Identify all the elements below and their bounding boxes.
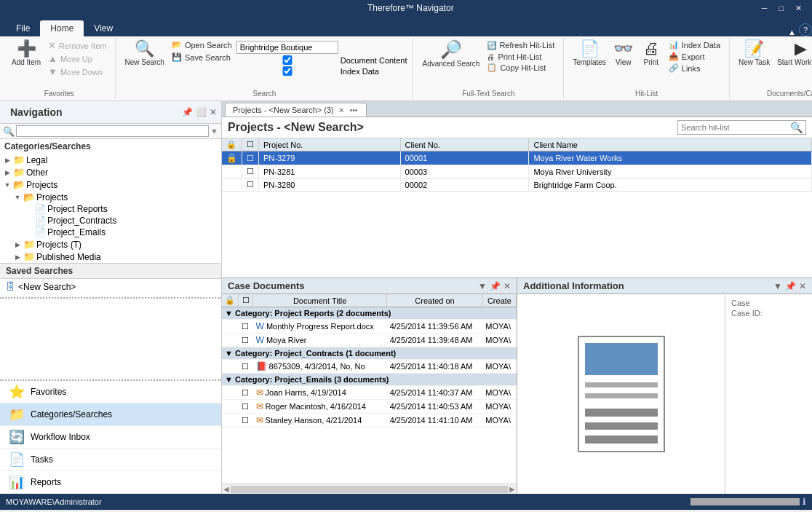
- collapse-icon[interactable]: ▼: [225, 309, 233, 318]
- docs-col-created[interactable]: Created on: [387, 294, 483, 307]
- row-check-cell[interactable]: ☐: [242, 151, 259, 165]
- saved-search-item-new[interactable]: 🗄 <New Search>: [0, 279, 221, 294]
- nav-item-reports[interactable]: 📊 Reports: [0, 471, 221, 494]
- doc-row[interactable]: ☐ ✉ Joan Harris, 4/19/2014 4/25/2014 11:…: [222, 386, 517, 400]
- view-button[interactable]: 👓 View: [610, 39, 637, 68]
- move-up-button[interactable]: ▲ Move Up: [45, 52, 109, 65]
- case-docs-pin-icon[interactable]: 📌: [490, 281, 501, 291]
- ribbon-collapse-btn[interactable]: ▲: [785, 28, 799, 36]
- help-button[interactable]: ?: [799, 23, 812, 36]
- docs-col-creator[interactable]: Create: [482, 294, 516, 307]
- docs-scrollbar-h[interactable]: ◀ ▶: [222, 484, 517, 494]
- doc-check[interactable]: ☐: [239, 334, 253, 347]
- tree-item-legal[interactable]: ▶ 📁 Legal: [0, 154, 221, 166]
- nav-item-workflow-inbox[interactable]: 🔄 Workflow Inbox: [0, 426, 221, 449]
- row-check-cell[interactable]: ☐: [242, 178, 259, 192]
- table-row[interactable]: ☐ PN-3281 00003 Moya River University: [222, 165, 812, 178]
- project-contracts-doc-icon: 📄: [35, 216, 46, 226]
- doc-row[interactable]: ☐ W Monthly Progress Report.docx 4/25/20…: [222, 320, 517, 334]
- tree-item-project-emails[interactable]: 📄 Project_Emails: [0, 227, 221, 238]
- search-criteria-input[interactable]: [236, 41, 338, 54]
- doc-row[interactable]: ☐ 📕 8675309, 4/3/2014, No, No 4/25/2014 …: [222, 360, 517, 374]
- add-info-dropdown-icon[interactable]: ▼: [773, 281, 782, 291]
- table-row[interactable]: 🔒 ☐ PN-3279 00001 Moya River Water Works: [222, 151, 812, 165]
- doc-check[interactable]: ☐: [239, 360, 253, 374]
- tab-file[interactable]: File: [6, 20, 40, 36]
- email-icon: ✉: [256, 387, 263, 398]
- row-check-cell[interactable]: ☐: [242, 165, 259, 178]
- nav-search-options-icon[interactable]: ▼: [210, 127, 218, 135]
- doc-row[interactable]: ☐ ✉ Roger Macintosh, 4/16/2014 4/25/2014…: [222, 400, 517, 414]
- close-button[interactable]: ✕: [791, 4, 806, 13]
- doc-content-checkbox-label[interactable]: Document Content: [236, 55, 407, 65]
- doc-check[interactable]: ☐: [239, 320, 253, 334]
- tree-item-projects-t[interactable]: ▶ 📁 Projects (T): [0, 238, 221, 251]
- tab-home[interactable]: Home: [40, 20, 84, 36]
- docs-table: 🔒 ☐ Document Title Created on Create: [222, 294, 517, 484]
- index-data-button[interactable]: 📊 Index Data: [666, 39, 723, 50]
- tree-item-project-reports[interactable]: 📄 Project Reports: [0, 203, 221, 215]
- collapse-emails-icon[interactable]: ▼: [225, 375, 233, 384]
- templates-button[interactable]: 📄 Templates: [570, 39, 609, 68]
- maximize-button[interactable]: □: [774, 4, 788, 13]
- add-info-close-icon[interactable]: ✕: [799, 281, 806, 291]
- doc-row[interactable]: ☐ W Moya River 4/25/2014 11:39:48 AM MOY…: [222, 334, 517, 347]
- print-button[interactable]: 🖨 Print: [638, 39, 664, 68]
- nav-item-tasks[interactable]: 📄 Tasks: [0, 449, 221, 471]
- save-search-button[interactable]: 💾 Save Search: [169, 52, 235, 63]
- index-data-checkbox[interactable]: [236, 66, 338, 76]
- new-search-button[interactable]: 🔍 New Search: [122, 39, 167, 68]
- index-data-checkbox-label[interactable]: Index Data: [236, 66, 407, 76]
- nav-close-icon[interactable]: ✕: [210, 107, 217, 117]
- doc-title: ✉ Joan Harris, 4/19/2014: [253, 386, 387, 400]
- doc-preview: [578, 336, 665, 452]
- export-button[interactable]: 📤 Export: [666, 51, 723, 62]
- table-row[interactable]: ☐ PN-3280 00002 Brightridge Farm Coop.: [222, 178, 812, 192]
- status-info-icon[interactable]: ℹ: [803, 497, 806, 507]
- row-client-no: 00003: [400, 165, 529, 178]
- tab-projects-new-search[interactable]: Projects - <New Search> (3) ✕ •••: [225, 103, 367, 117]
- doc-check[interactable]: ☐: [239, 414, 253, 428]
- links-button[interactable]: 🔗 Links: [666, 63, 723, 74]
- tree-item-other[interactable]: ▶ 📁 Other: [0, 166, 221, 178]
- nav-item-categories[interactable]: 📁 Categories/Searches: [0, 403, 221, 426]
- doc-row[interactable]: ☐ ✉ Stanley Hanson, 4/21/2014 4/25/2014 …: [222, 414, 517, 428]
- remove-item-button[interactable]: ✕ Remove Item: [45, 39, 109, 52]
- hitlist-search-input[interactable]: [681, 123, 790, 132]
- nav-search-input[interactable]: [16, 125, 209, 137]
- tab-more-btn[interactable]: •••: [349, 106, 359, 114]
- tree-item-project-contracts[interactable]: 📄 Project_Contracts: [0, 215, 221, 227]
- print-hitlist-button[interactable]: 🖨 Print Hit-List: [484, 52, 557, 62]
- advanced-search-button[interactable]: 🔎 Advanced Search: [419, 39, 482, 70]
- add-item-button[interactable]: ➕ Add Item: [9, 39, 44, 68]
- col-client-name[interactable]: Client Name: [529, 138, 812, 151]
- col-client-no[interactable]: Client No.: [400, 138, 529, 151]
- refresh-hitlist-label: Refresh Hit-List: [499, 41, 554, 50]
- nav-pin-icon[interactable]: 📌: [182, 107, 193, 117]
- minimize-button[interactable]: ─: [757, 4, 772, 13]
- move-down-button[interactable]: ▼ Move Down: [45, 66, 109, 78]
- doc-title: W Monthly Progress Report.docx: [253, 320, 387, 334]
- case-docs-dropdown-icon[interactable]: ▼: [478, 281, 487, 291]
- collapse-contracts-icon[interactable]: ▼: [225, 349, 233, 358]
- open-search-button[interactable]: 📂 Open Search: [169, 39, 235, 50]
- tab-view[interactable]: View: [84, 20, 123, 36]
- nav-item-favorites[interactable]: ⭐ Favorites: [0, 381, 221, 403]
- doc-check[interactable]: ☐: [239, 386, 253, 400]
- copy-hitlist-button[interactable]: 📋 Copy Hit-List: [484, 62, 557, 73]
- doc-check[interactable]: ☐: [239, 400, 253, 414]
- doc-content-checkbox[interactable]: [236, 55, 338, 65]
- tab-close-btn[interactable]: ✕: [337, 106, 346, 114]
- start-workflow-button[interactable]: ▶ Start Workflow: [774, 39, 812, 68]
- tree-item-projects-top[interactable]: ▼ 📂 Projects: [0, 178, 221, 191]
- window-controls[interactable]: ─ □ ✕: [757, 4, 806, 13]
- new-task-button[interactable]: 📝 New Task: [736, 39, 773, 68]
- tree-item-published-media[interactable]: ▶ 📁 Published Media: [0, 251, 221, 263]
- nav-float-icon[interactable]: ⬜: [196, 107, 207, 117]
- add-info-pin-icon[interactable]: 📌: [785, 281, 796, 291]
- docs-col-title[interactable]: Document Title: [253, 294, 387, 307]
- refresh-hitlist-button[interactable]: 🔃 Refresh Hit-List: [484, 39, 557, 52]
- case-docs-close-icon[interactable]: ✕: [503, 281, 511, 291]
- col-project-no[interactable]: Project No.: [259, 138, 401, 151]
- tree-item-projects-sub[interactable]: ▼ 📂 Projects: [0, 191, 221, 203]
